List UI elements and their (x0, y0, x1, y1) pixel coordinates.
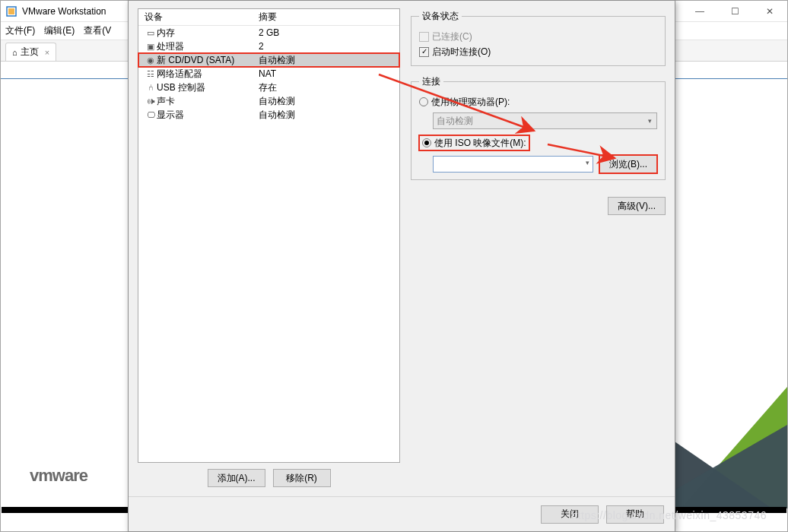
device-icon: ⑃ (145, 83, 157, 92)
add-hardware-button[interactable]: 添加(A)... (208, 469, 265, 487)
tab-home-label: 主页 (21, 46, 39, 59)
device-name: 声卡 (157, 95, 259, 108)
col-header-summary: 摘要 (259, 11, 399, 24)
hardware-row[interactable]: ☷网络适配器NAT (138, 67, 399, 81)
device-name: 新 CD/DVD (SATA) (157, 54, 259, 67)
home-icon: ⌂ (12, 48, 17, 57)
use-iso-label: 使用 ISO 映像文件(M): (434, 137, 526, 150)
device-settings-panel: 设备状态 已连接(C) 启动时连接(O) 连接 使用物理驱动器(P): 自动检测 (411, 8, 666, 487)
close-window-button[interactable]: ✕ (752, 1, 787, 21)
menu-edit[interactable]: 编辑(E) (44, 24, 75, 37)
col-header-device: 设备 (138, 11, 259, 24)
device-icon: ▭ (145, 28, 157, 38)
device-status-legend: 设备状态 (419, 10, 462, 23)
device-summary: 自动检测 (259, 54, 399, 67)
device-icon: 🖵 (145, 110, 157, 119)
device-icon: ☷ (145, 69, 157, 79)
hardware-row[interactable]: ▣处理器2 (138, 40, 399, 53)
use-physical-drive-label: 使用物理驱动器(P): (431, 96, 510, 109)
device-summary: NAT (259, 68, 399, 79)
connect-at-poweron-label: 启动时连接(O) (432, 46, 491, 59)
use-iso-radio[interactable] (422, 138, 431, 147)
iso-path-input[interactable]: ▾ (433, 156, 593, 173)
device-summary: 2 (259, 41, 399, 52)
browse-button[interactable]: 浏览(B)... (599, 155, 657, 173)
advanced-button[interactable]: 高级(V)... (608, 197, 666, 215)
vmware-logo: vmware (30, 466, 87, 486)
device-name: 网络适配器 (157, 68, 259, 81)
watermark-text: https://blog.csdn.net/weixin_43853746 (571, 509, 767, 521)
device-status-group: 设备状态 已连接(C) 启动时连接(O) (411, 10, 666, 66)
window-controls: — ☐ ✕ (682, 1, 787, 21)
device-name: 处理器 (157, 40, 259, 53)
hardware-row[interactable]: 🕪声卡自动检测 (138, 94, 399, 108)
use-iso-radio-row: 使用 ISO 映像文件(M): (419, 135, 529, 150)
tab-close-icon[interactable]: × (45, 48, 49, 57)
device-name: USB 控制器 (157, 81, 259, 94)
menu-file[interactable]: 文件(F) (5, 24, 35, 37)
menu-view[interactable]: 查看(V (84, 24, 111, 37)
connect-at-poweron-checkbox[interactable] (419, 47, 429, 57)
svg-rect-1 (8, 8, 14, 14)
hardware-list[interactable]: 设备 摘要 ▭内存2 GB▣处理器2◉新 CD/DVD (SATA)自动检测☷网… (138, 8, 400, 463)
connected-checkbox (419, 32, 429, 42)
chevron-down-icon: ▾ (648, 117, 652, 125)
tab-home[interactable]: ⌂ 主页 × (5, 43, 56, 61)
hardware-row[interactable]: 🖵显示器自动检测 (138, 108, 399, 122)
remove-hardware-button[interactable]: 移除(R) (273, 469, 331, 487)
physical-drive-value: 自动检测 (437, 115, 473, 128)
device-summary: 自动检测 (259, 109, 399, 122)
connection-legend: 连接 (419, 75, 443, 88)
hardware-row[interactable]: ▭内存2 GB (138, 26, 399, 40)
hardware-panel: 设备 摘要 ▭内存2 GB▣处理器2◉新 CD/DVD (SATA)自动检测☷网… (138, 8, 400, 487)
chevron-down-icon[interactable]: ▾ (586, 159, 589, 166)
device-summary: 2 GB (259, 27, 399, 38)
connection-group: 连接 使用物理驱动器(P): 自动检测 ▾ 使用 ISO 映像文件(M): ▾ (411, 75, 666, 180)
connected-label: 已连接(C) (432, 30, 472, 43)
device-icon: ▣ (145, 42, 157, 52)
hardware-row[interactable]: ◉新 CD/DVD (SATA)自动检测 (138, 53, 399, 67)
device-summary: 存在 (259, 81, 399, 94)
app-icon (5, 5, 17, 17)
device-icon: ◉ (145, 55, 157, 65)
device-summary: 自动检测 (259, 95, 399, 108)
device-name: 内存 (157, 27, 259, 40)
device-icon: 🕪 (145, 97, 157, 106)
hardware-row[interactable]: ⑃USB 控制器存在 (138, 81, 399, 94)
maximize-button[interactable]: ☐ (717, 1, 752, 21)
hardware-list-header: 设备 摘要 (138, 9, 399, 26)
use-physical-drive-radio[interactable] (419, 97, 428, 106)
vm-settings-dialog: 设备 摘要 ▭内存2 GB▣处理器2◉新 CD/DVD (SATA)自动检测☷网… (128, 0, 675, 532)
device-name: 显示器 (157, 109, 259, 122)
physical-drive-combo: 自动检测 ▾ (433, 112, 657, 129)
minimize-button[interactable]: — (682, 1, 717, 21)
hardware-actions: 添加(A)... 移除(R) (138, 469, 400, 487)
